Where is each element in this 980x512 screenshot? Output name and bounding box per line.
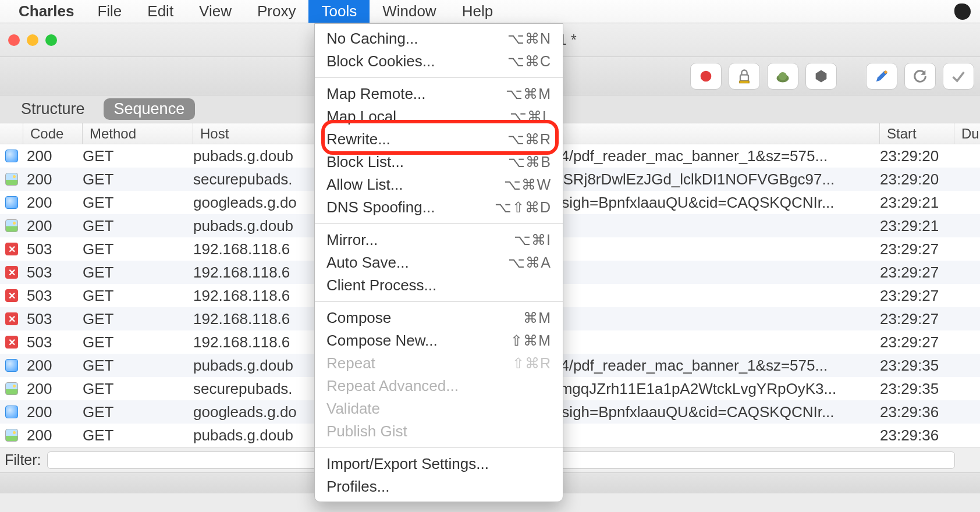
menu-item-allow-list[interactable]: Allow List...⌥⌘W <box>315 173 563 196</box>
menu-item-label: Client Process... <box>326 276 551 294</box>
menu-item-repeat-advanced: Repeat Advanced... <box>315 375 563 397</box>
menu-item-shortcut: ⌥⌘M <box>506 86 551 102</box>
menu-item-client-process[interactable]: Client Process... <box>315 274 563 297</box>
row-start: 23:29:20 <box>880 147 961 165</box>
charles-jug-icon <box>954 3 971 20</box>
menu-item-mirror[interactable]: Mirror...⌥⌘I <box>315 229 563 251</box>
row-method: GET <box>83 380 193 398</box>
minimize-window-icon[interactable] <box>27 34 38 46</box>
filter-label: Filter: <box>5 451 41 468</box>
row-start: 23:29:20 <box>880 170 961 189</box>
col-method[interactable]: Method <box>83 123 193 144</box>
zoom-window-icon[interactable] <box>45 34 57 46</box>
validate-button[interactable] <box>943 63 974 90</box>
menu-item-publish-gist: Publish Gist <box>315 420 563 443</box>
menu-item-label: Block List... <box>326 153 508 171</box>
menu-file[interactable]: File <box>84 0 134 23</box>
row-status-icon <box>0 219 23 232</box>
row-start: 23:29:21 <box>880 217 961 235</box>
menu-proxy[interactable]: Proxy <box>244 0 308 23</box>
row-start: 23:29:27 <box>880 333 961 351</box>
menu-item-label: Map Local... <box>326 108 510 126</box>
breakpoints-button[interactable] <box>805 63 837 90</box>
menu-item-label: Compose <box>326 309 523 327</box>
row-start: 23:29:27 <box>880 240 961 258</box>
menu-item-map-local[interactable]: Map Local...⌥⌘L <box>315 105 563 128</box>
row-method: GET <box>83 310 193 328</box>
menu-item-shortcut: ⌥⌘B <box>508 154 551 170</box>
menu-item-shortcut: ⇧⌘M <box>510 332 551 349</box>
menu-item-compose-new[interactable]: Compose New...⇧⌘M <box>315 329 563 352</box>
menu-window[interactable]: Window <box>370 0 449 23</box>
menu-item-shortcut: ⌥⇧⌘D <box>495 199 551 216</box>
row-start: 23:29:35 <box>880 380 961 398</box>
menu-item-profiles[interactable]: Profiles... <box>315 475 563 498</box>
row-method: GET <box>83 287 193 305</box>
row-code: 200 <box>23 217 83 235</box>
col-start[interactable]: Start <box>880 123 954 144</box>
row-start: 23:29:27 <box>880 310 961 328</box>
menu-edit[interactable]: Edit <box>134 0 186 23</box>
menu-tools[interactable]: Tools <box>308 0 370 23</box>
row-code: 200 <box>23 426 83 445</box>
menu-item-label: Import/Export Settings... <box>326 455 551 473</box>
menu-item-dns-spoofing[interactable]: DNS Spoofing...⌥⇧⌘D <box>315 196 563 219</box>
row-method: GET <box>83 194 193 212</box>
menu-item-label: Compose New... <box>326 332 510 350</box>
row-status-icon <box>0 359 23 372</box>
row-code: 503 <box>23 264 83 282</box>
menu-view[interactable]: View <box>186 0 244 23</box>
row-method: GET <box>83 426 193 445</box>
row-status-icon: ✕ <box>0 266 23 279</box>
menu-item-label: Repeat Advanced... <box>326 377 551 395</box>
compose-button[interactable] <box>866 63 897 90</box>
menu-item-shortcut: ⌘M <box>523 310 551 326</box>
row-start: 23:29:27 <box>880 264 961 282</box>
menu-item-no-caching[interactable]: No Caching...⌥⌘N <box>315 27 563 50</box>
tab-sequence[interactable]: Sequence <box>104 98 196 120</box>
menu-item-map-remote[interactable]: Map Remote...⌥⌘M <box>315 83 563 105</box>
menu-item-rewrite[interactable]: Rewrite...⌥⌘R <box>315 128 563 151</box>
menu-help[interactable]: Help <box>449 0 506 23</box>
menu-item-shortcut: ⌥⌘N <box>507 30 551 47</box>
tab-structure[interactable]: Structure <box>10 98 95 120</box>
close-window-icon[interactable] <box>8 34 20 46</box>
svg-rect-2 <box>740 81 749 83</box>
svg-marker-5 <box>816 70 827 82</box>
row-status-icon <box>0 382 23 395</box>
row-start: 23:29:27 <box>880 287 961 305</box>
svg-rect-1 <box>740 74 748 81</box>
repeat-button[interactable] <box>904 63 936 90</box>
svg-point-4 <box>779 72 787 80</box>
col-duration[interactable]: Dur <box>954 123 978 144</box>
menu-item-label: DNS Spoofing... <box>326 198 495 216</box>
throttle-button[interactable] <box>767 63 798 90</box>
row-start: 23:29:21 <box>880 194 961 212</box>
menu-item-repeat: Repeat⇧⌘R <box>315 352 563 375</box>
menu-separator <box>315 447 563 448</box>
menu-item-shortcut: ⌥⌘R <box>507 131 551 148</box>
menu-item-block-list[interactable]: Block List...⌥⌘B <box>315 151 563 173</box>
row-code: 503 <box>23 287 83 305</box>
menu-item-auto-save[interactable]: Auto Save...⌥⌘A <box>315 251 563 274</box>
menu-item-shortcut: ⌥⌘A <box>508 254 551 271</box>
menu-item-label: Validate <box>326 400 551 418</box>
menu-item-import-export-settings[interactable]: Import/Export Settings... <box>315 453 563 475</box>
menu-item-compose[interactable]: Compose⌘M <box>315 307 563 329</box>
row-code: 200 <box>23 170 83 189</box>
col-code[interactable]: Code <box>23 123 83 144</box>
row-start: 23:29:35 <box>880 357 961 375</box>
app-name: Charles <box>19 2 74 20</box>
row-start: 23:29:36 <box>880 426 961 445</box>
menu-item-label: Profiles... <box>326 478 551 496</box>
menu-item-label: Allow List... <box>326 176 504 194</box>
row-status-icon: ✕ <box>0 289 23 302</box>
menu-separator <box>315 77 563 78</box>
row-code: 200 <box>23 147 83 165</box>
menu-item-label: Repeat <box>326 354 512 372</box>
record-button[interactable] <box>690 63 722 90</box>
menu-item-shortcut: ⌥⌘W <box>504 176 551 193</box>
menu-item-block-cookies[interactable]: Block Cookies...⌥⌘C <box>315 50 563 73</box>
mac-menubar: Charles FileEditViewProxyToolsWindowHelp <box>0 0 980 23</box>
ssl-proxy-button[interactable] <box>729 63 760 90</box>
